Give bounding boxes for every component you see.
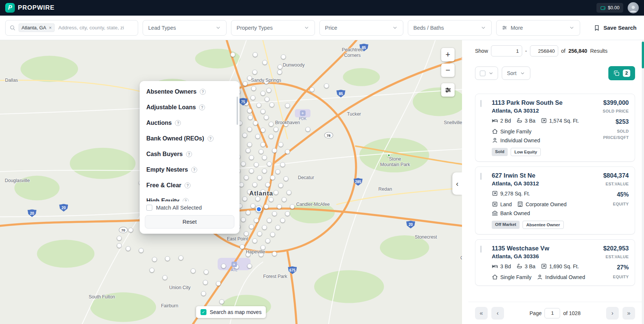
lead-type-option[interactable]: Empty Nesters ? xyxy=(140,162,240,178)
lead-type-option[interactable]: Adjustable Loans ? xyxy=(140,100,240,115)
property-marker[interactable] xyxy=(267,88,271,93)
dropdown-price[interactable]: Price xyxy=(319,20,403,36)
property-marker[interactable] xyxy=(278,64,283,69)
avatar[interactable] xyxy=(628,2,639,13)
property-marker[interactable] xyxy=(274,190,279,195)
property-card[interactable]: 1135 Westchase Vw $202,953 Atlanta, GA 3… xyxy=(475,239,635,286)
property-marker[interactable] xyxy=(267,161,272,166)
property-marker[interactable] xyxy=(264,97,269,102)
property-marker[interactable] xyxy=(279,142,283,147)
dropdown-lead-types[interactable]: Lead Types xyxy=(143,20,227,36)
property-marker[interactable] xyxy=(245,210,250,215)
property-marker[interactable] xyxy=(306,127,310,132)
property-marker[interactable] xyxy=(283,122,288,126)
property-marker[interactable] xyxy=(163,275,167,280)
property-card[interactable]: 1113 Park Row South Se $399,000 Atlanta,… xyxy=(475,94,635,162)
property-marker[interactable] xyxy=(234,265,239,269)
lead-type-option[interactable]: Auctions ? xyxy=(140,115,240,131)
property-marker[interactable] xyxy=(279,183,283,188)
property-marker[interactable] xyxy=(285,211,290,216)
property-marker[interactable] xyxy=(264,204,269,209)
property-marker[interactable] xyxy=(280,218,285,223)
lead-type-option[interactable]: Absentee Owners ? xyxy=(140,84,240,100)
selected-property-marker[interactable] xyxy=(256,206,262,213)
property-marker[interactable] xyxy=(270,175,275,180)
property-marker[interactable] xyxy=(260,128,265,133)
property-marker[interactable] xyxy=(139,248,144,253)
property-marker[interactable] xyxy=(285,103,290,108)
property-marker[interactable] xyxy=(272,148,277,153)
property-marker[interactable] xyxy=(262,168,267,173)
property-marker[interactable] xyxy=(247,108,252,113)
property-marker[interactable] xyxy=(249,168,254,173)
property-marker[interactable] xyxy=(310,87,315,92)
property-marker[interactable] xyxy=(240,244,245,249)
property-marker[interactable] xyxy=(256,196,260,201)
search-input[interactable] xyxy=(58,25,134,31)
property-marker[interactable] xyxy=(259,149,264,154)
property-marker[interactable] xyxy=(249,224,254,229)
property-marker[interactable] xyxy=(252,70,257,75)
property-marker[interactable] xyxy=(165,256,170,261)
page-input[interactable] xyxy=(544,308,560,318)
property-marker[interactable] xyxy=(117,236,121,240)
property-marker[interactable] xyxy=(251,95,256,100)
reset-button[interactable]: Reset xyxy=(145,215,234,229)
property-marker[interactable] xyxy=(287,190,292,195)
property-address[interactable]: 1135 Westchase Vw xyxy=(492,245,549,252)
property-marker[interactable] xyxy=(253,52,257,57)
property-marker[interactable] xyxy=(221,264,226,269)
property-marker[interactable] xyxy=(247,264,252,269)
property-marker[interactable] xyxy=(254,218,259,223)
dropdown-more[interactable]: More xyxy=(496,20,580,36)
property-marker[interactable] xyxy=(251,86,256,91)
selected-lists-button[interactable]: 2 xyxy=(608,66,635,80)
property-marker[interactable] xyxy=(204,269,209,274)
property-marker[interactable] xyxy=(285,149,290,154)
property-card[interactable]: 627 Irwin St Ne $804,374 Atlanta, GA 303… xyxy=(475,166,635,234)
property-marker[interactable] xyxy=(244,175,249,180)
property-marker[interactable] xyxy=(254,162,259,167)
chip-close-icon[interactable]: × xyxy=(49,25,52,30)
property-marker[interactable] xyxy=(266,182,270,187)
property-marker[interactable] xyxy=(239,182,244,187)
property-marker[interactable] xyxy=(266,238,270,243)
property-marker[interactable] xyxy=(243,133,247,138)
property-marker[interactable] xyxy=(247,189,252,194)
property-marker[interactable] xyxy=(219,299,224,304)
property-marker[interactable] xyxy=(253,121,258,126)
menu-scrollbar[interactable] xyxy=(237,97,238,125)
property-address[interactable]: 1113 Park Row South Se xyxy=(492,99,563,106)
property-marker[interactable] xyxy=(252,238,257,243)
lead-type-option[interactable]: Cash Buyers ? xyxy=(140,146,240,162)
zoom-out-button[interactable]: − xyxy=(441,64,455,77)
last-page-button[interactable]: » xyxy=(622,307,635,320)
property-marker[interactable] xyxy=(247,142,252,147)
property-marker[interactable] xyxy=(216,281,221,286)
dropdown-property-types[interactable]: Property Types xyxy=(231,20,315,36)
property-marker[interactable] xyxy=(282,197,287,202)
match-all-checkbox[interactable] xyxy=(146,205,152,211)
property-marker[interactable] xyxy=(244,231,249,236)
checkbox-checked[interactable]: ✓ xyxy=(201,309,206,315)
property-marker[interactable] xyxy=(272,211,277,216)
propwire-brand[interactable]: P PROPWIRE xyxy=(5,3,55,13)
property-marker[interactable] xyxy=(243,81,248,86)
card-checkbox[interactable] xyxy=(481,100,481,107)
property-marker[interactable] xyxy=(248,115,253,120)
property-marker[interactable] xyxy=(117,243,121,248)
property-address[interactable]: 627 Irwin St Ne xyxy=(492,172,535,179)
scrollbar-thumb[interactable] xyxy=(642,42,644,68)
location-search[interactable]: Atlanta, GA × xyxy=(5,20,138,36)
property-marker[interactable] xyxy=(259,252,264,257)
property-marker[interactable] xyxy=(275,225,280,230)
lead-type-option[interactable]: Free & Clear ? xyxy=(140,178,240,193)
property-marker[interactable] xyxy=(260,189,265,194)
card-checkbox[interactable] xyxy=(481,173,481,180)
property-marker[interactable] xyxy=(245,252,250,257)
dropdown-beds-baths[interactable]: Beds / Baths xyxy=(408,20,492,36)
map-layers-button[interactable] xyxy=(441,83,455,97)
property-marker[interactable] xyxy=(262,225,267,230)
property-marker[interactable] xyxy=(252,182,257,187)
property-marker[interactable] xyxy=(269,134,273,139)
